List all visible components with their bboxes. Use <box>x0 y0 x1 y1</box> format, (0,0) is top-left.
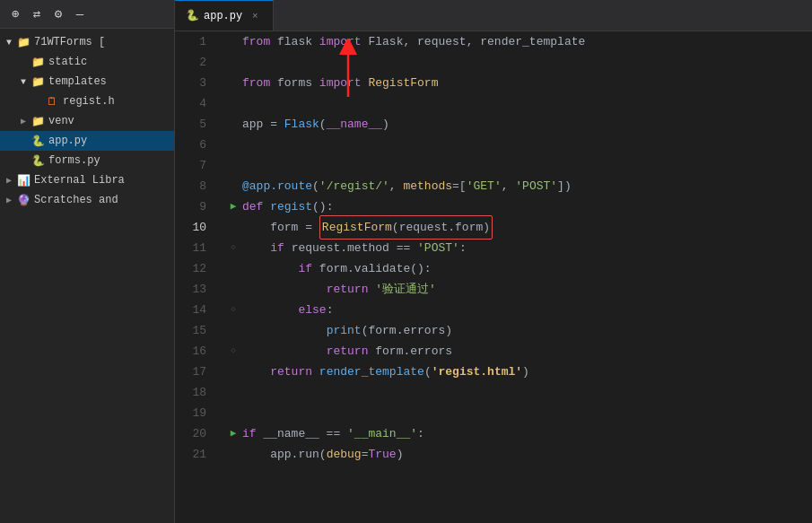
code-line-11: ◇ if request.method == 'POST': <box>224 238 812 258</box>
tree-item-label: templates <box>48 75 107 88</box>
line-num-6: 6 <box>175 135 206 155</box>
code-line-6 <box>224 135 812 155</box>
sidebar-item-templates[interactable]: ▼ 📁 templates <box>0 72 174 92</box>
python-file-icon: 🐍 <box>31 134 45 148</box>
tab-close-button[interactable]: × <box>248 9 262 23</box>
code-line-19 <box>224 403 812 423</box>
code-line-16: ◇ return form.errors <box>224 341 812 362</box>
code-line-20: ▶ if __name__ == '__main__': <box>224 423 812 444</box>
line-num-3: 3 <box>175 73 206 93</box>
line-num-17: 17 <box>175 362 206 382</box>
arrow-icon: ▶ <box>16 114 31 128</box>
arrow-icon: ▼ <box>2 35 16 49</box>
html-file-icon: 🗒 <box>45 94 59 109</box>
code-line-4 <box>224 93 812 114</box>
line-num-11: 11 <box>175 238 206 258</box>
code-line-10: form = RegistForm(request.form) <box>224 217 812 238</box>
class-registform: RegistForm <box>368 73 438 93</box>
line-num-21: 21 <box>175 444 206 465</box>
tab-bar: 🐍 app.py × <box>175 0 812 31</box>
settings-icon[interactable]: ⚙ <box>50 6 66 22</box>
arrow-spacer: ▶ <box>16 134 31 148</box>
arrow-icon: ▶ <box>2 173 16 187</box>
tree-item-label: 71WTForms [ <box>34 36 105 48</box>
line-num-8: 8 <box>175 176 206 196</box>
folder-icon: 📁 <box>31 114 45 128</box>
line-num-20: 20 <box>175 423 206 444</box>
file-tree: ▼ 📁 71WTForms [ ▶ 📁 static ▼ 📁 templates… <box>0 29 174 523</box>
line-num-9: 9 <box>175 196 206 217</box>
tab-file-icon: 🐍 <box>186 10 198 22</box>
sidebar-item-forms-py[interactable]: ▶ 🐍 forms.py <box>0 151 174 170</box>
code-area: 1 2 3 4 5 6 7 8 9 10 11 12 13 14 15 16 1… <box>175 31 812 523</box>
tree-item-label: Scratches and <box>34 194 118 206</box>
editor-area: 🐍 app.py × 1 2 3 4 5 6 7 <box>175 0 812 523</box>
kw-from-1: from <box>242 31 270 52</box>
line-num-5: 5 <box>175 114 206 135</box>
code-content[interactable]: from flask import Flask, request, render… <box>215 31 812 523</box>
code-line-2 <box>224 52 812 73</box>
line-num-2: 2 <box>175 52 206 73</box>
target-icon[interactable]: ⊕ <box>7 6 23 22</box>
line-num-14: 14 <box>175 300 206 320</box>
arrow-icon: ▼ <box>16 74 31 89</box>
sidebar-item-root[interactable]: ▼ 📁 71WTForms [ <box>0 32 174 52</box>
tree-item-label: static <box>48 56 87 68</box>
line-num-10: 10 <box>175 217 206 238</box>
arrow-spacer: ▶ <box>31 94 45 109</box>
kw-import-3: import <box>319 73 362 93</box>
code-line-15: print(form.errors) <box>224 320 812 341</box>
code-line-8: @app.route('/regist/', methods=['GET', '… <box>224 176 812 196</box>
tab-label: app.py <box>204 10 242 22</box>
gutter-16: ◇ <box>224 341 242 362</box>
gutter-20: ▶ <box>224 423 242 444</box>
tab-app-py[interactable]: 🐍 app.py × <box>175 0 274 31</box>
kw-from-3: from <box>242 73 270 93</box>
sidebar-item-app-py[interactable]: ▶ 🐍 app.py <box>0 131 174 151</box>
tree-item-label: venv <box>48 115 74 127</box>
folder-icon: 📁 <box>31 55 45 69</box>
tree-item-label: app.py <box>48 135 87 147</box>
swap-icon[interactable]: ⇄ <box>29 6 45 22</box>
sidebar: ⊕ ⇄ ⚙ — ▼ 📁 71WTForms [ ▶ 📁 static ▼ 📁 t… <box>0 0 175 523</box>
folder-icon: 📁 <box>16 35 31 49</box>
line-numbers: 1 2 3 4 5 6 7 8 9 10 11 12 13 14 15 16 1… <box>175 31 215 523</box>
sidebar-item-venv[interactable]: ▶ 📁 venv <box>0 111 174 131</box>
line-num-1: 1 <box>175 31 206 52</box>
code-line-9: ▶ def regist(): <box>224 196 812 217</box>
sidebar-item-scratches[interactable]: ▶ 🔮 Scratches and <box>0 190 174 210</box>
line-num-16: 16 <box>175 341 206 362</box>
code-line-21: app.run(debug=True) <box>224 444 812 465</box>
kw-import-1: import <box>319 31 362 52</box>
python-file-icon: 🐍 <box>31 153 45 168</box>
sidebar-toolbar: ⊕ ⇄ ⚙ — <box>0 0 174 29</box>
gutter-9: ▶ <box>224 196 242 217</box>
line-num-15: 15 <box>175 320 206 341</box>
tree-item-label: External Libra <box>34 174 125 187</box>
scratch-icon: 🔮 <box>16 193 31 207</box>
gutter-11: ◇ <box>224 238 242 258</box>
arrow-icon: ▶ <box>2 193 16 207</box>
collapse-icon[interactable]: — <box>72 6 88 22</box>
sidebar-item-static[interactable]: ▶ 📁 static <box>0 52 174 72</box>
sidebar-item-external-libs[interactable]: ▶ 📊 External Libra <box>0 170 174 190</box>
line-num-18: 18 <box>175 382 206 403</box>
line-num-4: 4 <box>175 93 206 114</box>
gutter-14: ◇ <box>224 300 242 320</box>
tree-item-label: forms.py <box>48 154 100 167</box>
code-line-17: return render_template('regist.html') <box>224 362 812 382</box>
code-line-5: app = Flask(__name__) <box>224 114 812 135</box>
code-line-7 <box>224 155 812 176</box>
arrow-spacer: ▶ <box>16 55 31 69</box>
line-num-12: 12 <box>175 258 206 279</box>
line-num-19: 19 <box>175 403 206 423</box>
sidebar-item-regist-html[interactable]: ▶ 🗒 regist.h <box>0 92 174 111</box>
folder-icon: 📁 <box>31 74 45 89</box>
line-num-13: 13 <box>175 279 206 300</box>
code-line-14: ◇ else: <box>224 300 812 320</box>
code-line-18 <box>224 382 812 403</box>
arrow-spacer: ▶ <box>16 153 31 168</box>
code-line-12: if form.validate(): <box>224 258 812 279</box>
code-line-13: return '验证通过' <box>224 279 812 300</box>
line-num-7: 7 <box>175 155 206 176</box>
